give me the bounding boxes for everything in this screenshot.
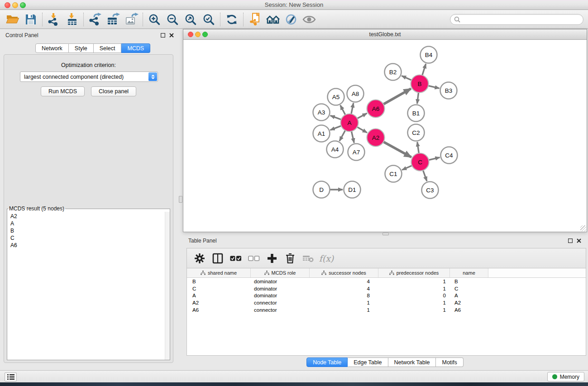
plus-icon <box>267 253 277 263</box>
memory-button[interactable]: Memory <box>547 372 584 381</box>
refresh-layout-button[interactable] <box>223 11 241 28</box>
tab-motifs[interactable]: Motifs <box>436 357 463 367</box>
criterion-select[interactable]: largest connected component (directed) <box>20 71 158 82</box>
graph-node-B2[interactable]: B2 <box>385 64 402 81</box>
table-row[interactable]: Bdominator41B <box>187 278 586 285</box>
column-label: shared name <box>208 270 237 276</box>
table-settings-button[interactable] <box>191 251 208 266</box>
task-history-button[interactable] <box>5 372 17 381</box>
graph-node-A2[interactable]: A2 <box>367 129 385 147</box>
search-field[interactable] <box>450 14 583 25</box>
function-builder-button[interactable]: f(x) <box>318 251 335 266</box>
table-cell: A6 <box>450 307 488 313</box>
node-label: A1 <box>318 130 325 137</box>
result-item[interactable]: C <box>10 234 170 242</box>
export-network-button[interactable] <box>86 11 104 28</box>
graph-node-C2[interactable]: C2 <box>408 124 425 141</box>
tab-edge-table[interactable]: Edge Table <box>348 357 388 367</box>
unchecked-boxes-icon <box>248 255 260 262</box>
table-row[interactable]: Cdominator41C <box>187 285 586 292</box>
close-panel-icon[interactable] <box>169 33 174 38</box>
network-window-title-bar[interactable]: testGlobe.txt <box>183 29 587 40</box>
network-view-window: testGlobe.txt B4B2BB3A5A8A6A3B1AC2A1A2A4… <box>183 29 587 232</box>
graph-node-B[interactable]: B <box>411 75 429 93</box>
column-header-shared-name[interactable]: shared name <box>187 268 251 277</box>
result-item[interactable]: B <box>10 227 170 234</box>
table-row[interactable]: Adominator80A <box>187 292 586 300</box>
column-header-predecessor-nodes[interactable]: predecessor nodes <box>378 268 450 277</box>
graph-node-C1[interactable]: C1 <box>385 166 402 182</box>
open-session-button[interactable] <box>4 11 22 28</box>
table-cell: A <box>450 293 488 298</box>
zoom-out-button[interactable] <box>163 11 182 28</box>
table-row[interactable]: A6connector11A6 <box>187 306 586 314</box>
graph-node-A[interactable]: A <box>341 114 359 132</box>
float-panel-icon[interactable] <box>161 33 165 38</box>
zoom-selected-button[interactable] <box>200 11 218 28</box>
vertical-split-handle[interactable] <box>179 196 182 203</box>
zoom-fit-button[interactable] <box>182 11 200 28</box>
home-pages-button[interactable] <box>264 11 282 28</box>
tab-select[interactable]: Select <box>94 43 122 53</box>
horizontal-split-handle[interactable] <box>382 233 389 235</box>
table-cell: B <box>450 279 488 284</box>
delete-table-button[interactable] <box>300 251 316 266</box>
graph-node-A3[interactable]: A3 <box>313 104 330 121</box>
table-row[interactable]: A2connector11A2 <box>187 299 586 306</box>
control-panel-tabs: NetworkStyleSelectMCDS <box>35 43 150 53</box>
graph-node-C4[interactable]: C4 <box>441 147 458 164</box>
graph-node-A1[interactable]: A1 <box>313 125 330 142</box>
graph-node-A5[interactable]: A5 <box>328 89 344 105</box>
result-scrollbar[interactable] <box>165 212 170 360</box>
search-input[interactable] <box>463 16 583 23</box>
graph-node-A4[interactable]: A4 <box>327 141 344 158</box>
result-item[interactable]: A2 <box>10 213 170 220</box>
run-mcds-button[interactable]: Run MCDS <box>41 86 85 96</box>
tab-network-table[interactable]: Network Table <box>388 357 436 367</box>
graph-node-C3[interactable]: C3 <box>422 182 439 199</box>
export-image-button[interactable] <box>122 11 140 28</box>
unselect-all-columns-button[interactable] <box>246 251 262 266</box>
graph-node-A8[interactable]: A8 <box>347 86 364 102</box>
window-resize-grip[interactable] <box>580 225 586 231</box>
result-item[interactable]: A6 <box>10 242 170 249</box>
column-header-successor-nodes[interactable]: successor nodes <box>310 268 378 277</box>
column-header-name[interactable]: name <box>450 268 488 277</box>
zoom-in-button[interactable] <box>145 11 163 28</box>
export-table-button[interactable] <box>104 11 122 28</box>
delete-columns-button[interactable] <box>282 251 298 266</box>
create-column-button[interactable] <box>264 251 280 266</box>
network-canvas[interactable]: B4B2BB3A5A8A6A3B1AC2A1A2A4A7C4CC1C3DD1 <box>183 40 587 232</box>
tab-node-table[interactable]: Node Table <box>306 357 348 367</box>
select-all-columns-button[interactable] <box>228 251 244 266</box>
mcds-result-box: MCDS result (5 nodes) A2ABCA6 <box>7 205 170 360</box>
float-panel-icon[interactable] <box>568 238 573 243</box>
column-header-MCDS-role[interactable]: MCDS role <box>251 268 310 277</box>
graph-node-C[interactable]: C <box>411 153 429 171</box>
hide-graphics-details-button[interactable] <box>282 11 300 28</box>
graph-node-A7[interactable]: A7 <box>348 144 365 161</box>
tab-mcds[interactable]: MCDS <box>121 43 150 53</box>
show-column-panel-button[interactable] <box>210 251 226 266</box>
table-panel-title: Table Panel <box>188 238 217 244</box>
graph-node-B1[interactable]: B1 <box>408 105 425 122</box>
tab-network[interactable]: Network <box>35 43 69 53</box>
node-label: A7 <box>353 149 360 156</box>
show-graphics-details-button[interactable] <box>300 11 318 28</box>
result-item[interactable]: A <box>10 220 170 227</box>
import-table-button[interactable] <box>63 11 81 28</box>
graph-node-B4[interactable]: B4 <box>421 47 437 63</box>
tab-style[interactable]: Style <box>69 43 94 53</box>
import-network-button[interactable] <box>45 11 63 28</box>
close-panel-button[interactable]: Close panel <box>91 86 136 96</box>
column-label: name <box>463 270 475 276</box>
graph-node-D1[interactable]: D1 <box>344 181 361 198</box>
column-header-filler <box>488 268 586 277</box>
save-session-button[interactable] <box>22 11 40 28</box>
graph-node-A6[interactable]: A6 <box>367 100 385 118</box>
graph-node-D[interactable]: D <box>313 181 330 198</box>
graph-node-B3[interactable]: B3 <box>440 82 457 99</box>
close-panel-icon[interactable] <box>577 238 581 243</box>
new-session-from-network-file-button[interactable] <box>246 11 264 28</box>
search-icon <box>454 16 460 23</box>
